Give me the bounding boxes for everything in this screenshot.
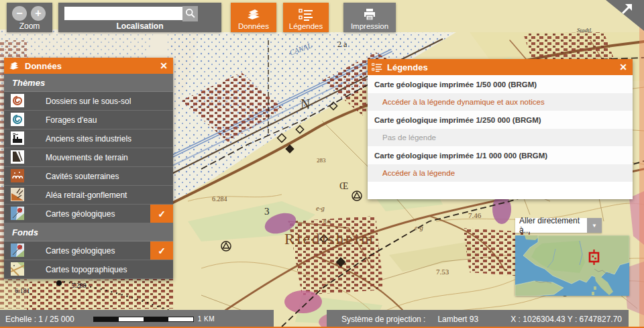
layer-item-cavites[interactable]: Cavités souterraines bbox=[4, 167, 173, 186]
legend-entry-row: Accéder à la légende bbox=[368, 164, 633, 182]
layer-item-label: Cartes géologiques bbox=[46, 209, 115, 219]
scale-unit-label: 1 KM bbox=[198, 315, 215, 323]
legend-entry-row: Accéder à la légende dynamique et aux no… bbox=[368, 93, 633, 111]
legendes-button-label: Légendes bbox=[289, 22, 323, 30]
spiral-orange-icon bbox=[11, 94, 24, 107]
layer-item-label: Anciens sites industriels bbox=[46, 134, 131, 144]
section-themes: Thèmes bbox=[4, 74, 173, 92]
projection-value: Lambert 93 bbox=[425, 315, 478, 324]
legend-no-legend-text: Pas de légende bbox=[368, 129, 633, 146]
layer-item-alea-retrait[interactable]: Aléa retrait-gonflement bbox=[4, 186, 173, 205]
zoom-control-panel: − + Zoom bbox=[7, 3, 52, 32]
legend-link[interactable]: Accéder à la légende dynamique et aux no… bbox=[382, 98, 545, 106]
layer-item-label: Dossiers sur le sous-sol bbox=[46, 97, 131, 106]
svg-text:6.181: 6.181 bbox=[15, 287, 30, 294]
goto-dropdown[interactable]: Aller directement à... ▼ bbox=[515, 218, 602, 233]
overview-minimap[interactable] bbox=[515, 235, 629, 296]
zoom-in-button[interactable]: + bbox=[31, 6, 46, 21]
legendes-body: Carte géologique imprimée 1/50 000 (BRGM… bbox=[368, 75, 633, 199]
legendes-button[interactable]: Légendes bbox=[283, 3, 329, 32]
layer-item-forages-eau[interactable]: Forages d'eau bbox=[4, 111, 173, 129]
spiral-teal-icon bbox=[11, 113, 24, 126]
donnees-button[interactable]: Données bbox=[231, 3, 276, 32]
chevron-down-icon[interactable]: ▼ bbox=[587, 218, 602, 233]
layer-checkbox-checked[interactable]: ✓ bbox=[150, 205, 173, 223]
impression-button-label: Impression bbox=[351, 22, 388, 30]
scale-bar bbox=[93, 317, 194, 322]
goto-dropdown-value: Aller directement à... bbox=[515, 216, 587, 235]
donnees-button-label: Données bbox=[238, 22, 269, 30]
legend-list-icon bbox=[299, 8, 313, 21]
legendes-panel: Légendes ✕ Carte géologique imprimée 1/5… bbox=[368, 59, 633, 199]
layer-item-label: Aléa retrait-gonflement bbox=[46, 190, 127, 200]
legendes-panel-title: Légendes bbox=[387, 62, 428, 72]
layer-item-dossiers-sous-sol[interactable]: Dossiers sur le sous-sol bbox=[4, 92, 173, 111]
svg-text:Œ: Œ bbox=[339, 180, 348, 191]
layer-item-cartes-topographiques[interactable]: Cartes topographiques bbox=[4, 260, 173, 279]
layer-item-fond-cartes-geologiques[interactable]: Cartes géologiques ✓ bbox=[4, 241, 173, 260]
scale-label: Echelle : 1 / 25 000 bbox=[0, 315, 74, 324]
landslide-icon bbox=[11, 150, 24, 164]
svg-text:Riedisheim: Riedisheim bbox=[284, 231, 375, 248]
impression-button[interactable]: Impression bbox=[343, 3, 396, 32]
svg-text:Stadtl.: Stadtl. bbox=[577, 27, 592, 34]
legend-link[interactable]: Accéder à la légende bbox=[382, 169, 455, 177]
svg-text:3: 3 bbox=[264, 206, 270, 217]
geologic-map-icon bbox=[11, 243, 24, 257]
legend-entry-title: Carte géologique imprimée 1/250 000 (BRG… bbox=[368, 111, 633, 129]
topographic-map-icon bbox=[11, 262, 24, 276]
layer-item-label: Cavités souterraines bbox=[46, 172, 119, 181]
zoom-out-button[interactable]: − bbox=[12, 6, 27, 21]
layer-item-label: Cartes géologiques bbox=[46, 246, 115, 256]
section-fonds: Fonds bbox=[4, 223, 173, 241]
svg-text:6.284: 6.284 bbox=[212, 195, 227, 203]
cavity-icon bbox=[11, 169, 24, 182]
svg-text:e-g: e-g bbox=[415, 224, 423, 231]
svg-text:5.288: 5.288 bbox=[71, 282, 87, 289]
svg-text:e-g: e-g bbox=[316, 205, 325, 212]
search-button[interactable] bbox=[182, 6, 198, 21]
layers-icon bbox=[246, 8, 262, 21]
legend-entry-title: Carte géologique imprimée 1/50 000 (BRGM… bbox=[368, 75, 633, 93]
legend-entry-title: Carte géologique imprimée 1/1 000 000 (B… bbox=[368, 146, 633, 164]
scale-statusbar: Echelle : 1 / 25 000 1 KM bbox=[0, 310, 274, 328]
close-icon[interactable]: ✕ bbox=[618, 62, 629, 72]
legendes-panel-header: Légendes ✕ bbox=[368, 59, 633, 75]
shrink-swell-icon bbox=[11, 188, 24, 201]
layers-icon bbox=[8, 61, 20, 71]
localisation-input[interactable] bbox=[64, 7, 182, 20]
close-icon[interactable]: ✕ bbox=[158, 61, 169, 70]
svg-text:7.53: 7.53 bbox=[436, 268, 449, 276]
layer-item-label: Forages d'eau bbox=[46, 115, 97, 125]
svg-text:7.46: 7.46 bbox=[468, 211, 482, 219]
svg-text:8.6: 8.6 bbox=[323, 218, 331, 225]
donnees-panel-title: Données bbox=[25, 61, 62, 71]
layer-item-anciens-sites[interactable]: Anciens sites industriels bbox=[4, 129, 173, 148]
projection-label: Système de projection : bbox=[327, 315, 425, 324]
projection-statusbar: Système de projection : Lambert 93 X : 1… bbox=[327, 310, 629, 328]
geologic-map-icon bbox=[11, 207, 24, 220]
layer-item-label: Cartes topographiques bbox=[46, 265, 127, 274]
factory-icon bbox=[11, 131, 24, 145]
localisation-panel: Localisation bbox=[58, 3, 221, 32]
layer-item-label: Mouvements de terrain bbox=[46, 153, 128, 162]
printer-icon bbox=[362, 8, 377, 21]
localisation-label: Localisation bbox=[58, 21, 221, 31]
legend-list-icon bbox=[372, 62, 382, 72]
map-viewer-app: Riedisheim N Œ CANAL Stadtl. 2 a 3 6.284… bbox=[0, 0, 644, 328]
layer-item-mouvements-terrain[interactable]: Mouvements de terrain bbox=[4, 148, 173, 167]
search-icon bbox=[184, 7, 196, 19]
cursor-coordinates: X : 1026304.43 Y : 6747827.70 bbox=[511, 315, 629, 324]
donnees-panel: Données ✕ Thèmes Dossiers sur le sous-so… bbox=[4, 58, 173, 279]
donnees-panel-header: Données ✕ bbox=[4, 58, 173, 74]
layer-item-cartes-geologiques[interactable]: Cartes géologiques ✓ bbox=[4, 205, 173, 223]
layer-checkbox-checked[interactable]: ✓ bbox=[150, 241, 173, 260]
svg-text:283: 283 bbox=[317, 157, 326, 164]
svg-text:N: N bbox=[301, 97, 310, 111]
zoom-panel-label: Zoom bbox=[7, 21, 52, 31]
svg-text:2 a: 2 a bbox=[337, 40, 347, 49]
map-edge-tint bbox=[639, 16, 644, 328]
